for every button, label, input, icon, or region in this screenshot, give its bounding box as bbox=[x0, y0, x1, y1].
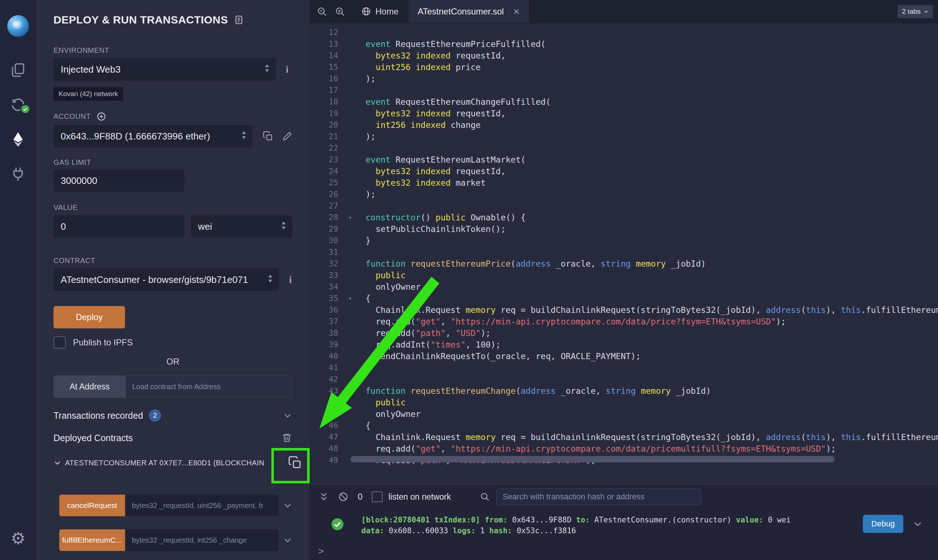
at-address-row: At Address bbox=[54, 375, 292, 398]
chevron-down-icon bbox=[924, 9, 929, 14]
code-token: int256 bbox=[375, 120, 405, 130]
code-token: indexed bbox=[415, 166, 451, 176]
transactions-recorded-row[interactable]: Transactions recorded 2 bbox=[54, 409, 292, 422]
cancel-request-button[interactable]: cancelRequest bbox=[59, 495, 125, 516]
code-token: memory bbox=[466, 305, 496, 315]
code-token: () bbox=[421, 213, 436, 222]
line-number: 31 bbox=[310, 246, 345, 258]
listen-on-network-label: listen on network bbox=[388, 492, 451, 502]
settings-gear-icon[interactable]: ⚙ bbox=[0, 527, 36, 550]
fold-gutter bbox=[345, 431, 355, 443]
expand-log-chevron-icon[interactable] bbox=[913, 519, 923, 530]
code-token: requestEthereumChange bbox=[411, 386, 516, 395]
line-number: 45 bbox=[310, 408, 345, 420]
remix-logo-icon[interactable] bbox=[7, 15, 29, 37]
plugin-manager-icon[interactable] bbox=[0, 163, 36, 186]
code-token: event bbox=[366, 39, 391, 49]
code-token: indexed bbox=[415, 109, 451, 118]
code-token: public bbox=[375, 271, 405, 280]
chevron-down-icon[interactable] bbox=[54, 459, 62, 467]
listen-on-network-checkbox[interactable] bbox=[372, 491, 383, 502]
panel-header: DEPLOY & RUN TRANSACTIONS bbox=[54, 12, 292, 28]
code-token: req.add( bbox=[355, 317, 415, 326]
zoom-out-icon[interactable] bbox=[317, 6, 328, 17]
code-token: "https://min-api.cryptocompare.com/data/… bbox=[451, 317, 776, 326]
value-unit-select[interactable]: wei bbox=[191, 215, 292, 238]
code-token: indexed bbox=[415, 178, 451, 188]
deployed-contract-item[interactable]: ATESTNETCONSUMER AT 0X7E7...E80D1 (BLOCK… bbox=[54, 453, 303, 473]
environment-info-icon[interactable]: i bbox=[286, 64, 289, 75]
tab-atestnetconsumer[interactable]: ATestnetConsumer.sol × bbox=[408, 0, 529, 23]
fulfill-change-params-input[interactable] bbox=[126, 529, 278, 551]
code-token: , bbox=[466, 340, 476, 349]
contract-info-icon[interactable]: i bbox=[289, 274, 292, 285]
code-lines[interactable]: 1213 event RequestEthereumPriceFulfilled… bbox=[310, 23, 938, 485]
cancel-request-params-input[interactable] bbox=[126, 495, 278, 516]
expand-terminal-icon[interactable] bbox=[319, 492, 329, 502]
line-code: { bbox=[355, 420, 938, 431]
publish-ipfs-checkbox[interactable] bbox=[54, 336, 66, 349]
code-token: indexed bbox=[415, 63, 451, 72]
code-line: 14 bytes32 indexed requestId, bbox=[310, 50, 938, 62]
tab-home[interactable]: Home bbox=[352, 0, 408, 23]
horizontal-scrollbar-thumb[interactable] bbox=[351, 456, 835, 462]
code-token: "https://min-api.cryptocompare.com/data/… bbox=[451, 444, 826, 454]
deploy-run-icon[interactable] bbox=[0, 128, 36, 151]
at-address-input[interactable] bbox=[126, 375, 292, 398]
code-token: sendChainlinkRequestTo(_oracle, req, ORA… bbox=[355, 352, 641, 361]
chevron-down-icon[interactable] bbox=[283, 501, 292, 510]
code-line: 36 Chainlink.Request memory req = buildC… bbox=[310, 304, 938, 316]
line-number: 25 bbox=[310, 177, 345, 189]
code-token: market bbox=[451, 178, 486, 188]
zoom-in-icon[interactable] bbox=[335, 6, 345, 17]
icon-rail: ⚙ bbox=[0, 0, 36, 560]
terminal-search-input[interactable] bbox=[497, 488, 701, 505]
line-number: 37 bbox=[310, 316, 345, 327]
code-token: memory bbox=[466, 432, 496, 442]
value-input[interactable] bbox=[54, 215, 184, 238]
fold-arrow-icon[interactable]: ▾ bbox=[345, 212, 355, 223]
terminal-log-lines[interactable]: [block:20780401 txIndex:0] from: 0x643..… bbox=[361, 514, 837, 536]
account-select[interactable]: 0x643...9F88D (1.666673996 ether) bbox=[54, 125, 252, 148]
trash-icon[interactable] bbox=[281, 432, 292, 443]
code-line: 20 int256 indexed change bbox=[310, 119, 938, 131]
tabs-dropdown-button[interactable]: 2 tabs bbox=[898, 5, 933, 18]
clear-terminal-icon[interactable] bbox=[338, 492, 348, 502]
code-token bbox=[355, 166, 375, 176]
close-tab-icon[interactable]: × bbox=[513, 6, 520, 17]
pending-tx-count: 0 bbox=[358, 492, 362, 502]
code-token: this bbox=[806, 432, 826, 442]
account-value: 0x643...9F88D (1.666673996 ether) bbox=[61, 131, 210, 142]
edit-pencil-icon[interactable] bbox=[282, 131, 292, 141]
chevron-down-icon[interactable] bbox=[283, 535, 292, 545]
solidity-compiler-icon[interactable] bbox=[0, 93, 36, 116]
at-address-button[interactable]: At Address bbox=[54, 375, 126, 398]
environment-row: Injected Web3 i bbox=[54, 58, 292, 81]
code-token bbox=[405, 386, 411, 395]
plus-circle-icon[interactable] bbox=[97, 112, 106, 122]
line-code: constructor() public Ownable() { bbox=[355, 212, 938, 223]
environment-select[interactable]: Injected Web3 bbox=[54, 58, 276, 81]
deployed-contracts-header: Deployed Contracts bbox=[54, 432, 292, 443]
contract-select[interactable]: ATestnetConsumer - browser/gists/9b71e07… bbox=[54, 268, 279, 291]
document-icon[interactable] bbox=[234, 14, 244, 25]
fold-arrow-icon[interactable]: ▾ bbox=[345, 293, 355, 304]
deploy-button[interactable]: Deploy bbox=[54, 306, 125, 328]
code-token: _jobId) bbox=[670, 386, 711, 395]
chevron-down-icon[interactable] bbox=[283, 411, 292, 420]
gas-limit-input[interactable] bbox=[54, 169, 184, 192]
file-explorer-icon[interactable] bbox=[0, 58, 36, 82]
terminal-prompt[interactable]: > bbox=[318, 546, 324, 556]
fulfill-ethereum-change-button[interactable]: fulfillEthereumC... bbox=[59, 529, 125, 551]
line-number: 40 bbox=[310, 351, 345, 362]
debug-button[interactable]: Debug bbox=[863, 515, 903, 533]
line-number: 20 bbox=[310, 119, 345, 131]
code-token: ( bbox=[801, 305, 806, 315]
code-line: 23 event RequestEthereumLastMarket( bbox=[310, 154, 938, 165]
line-code bbox=[355, 200, 938, 212]
copy-account-icon[interactable] bbox=[263, 131, 274, 142]
code-line: 44 public bbox=[310, 397, 938, 408]
horizontal-scrollbar-track[interactable] bbox=[346, 454, 934, 464]
code-token: bytes32 bbox=[375, 166, 411, 176]
copy-address-icon[interactable] bbox=[288, 455, 303, 470]
